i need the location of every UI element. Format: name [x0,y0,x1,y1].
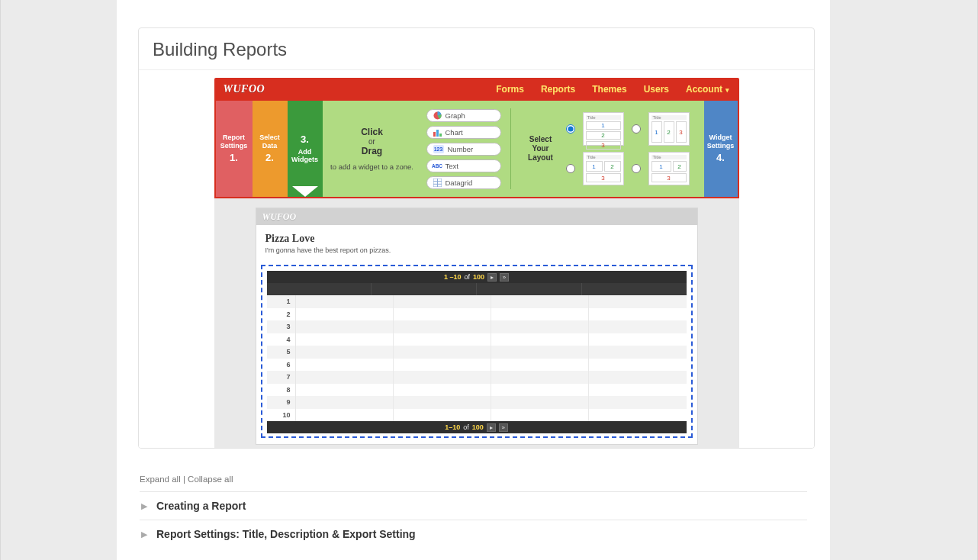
pager-top: 1 –10 of 100 ▸ » [267,271,687,283]
wufoo-steps: Report Settings 1. Select Data 2. 3. Add… [214,101,739,198]
layout-radio-1[interactable] [566,124,575,134]
caret-down-icon: ▾ [724,86,730,94]
pager-last-button[interactable]: » [499,423,508,432]
step-number: 3. [301,134,309,146]
cell [491,346,589,359]
layout-thumb-3[interactable]: Title123 [583,152,624,185]
nav-reports[interactable]: Reports [541,84,575,95]
step-label: Select Data [256,134,285,150]
toc: Expand all | Collapse all ▶ Creating a R… [140,475,807,548]
cell [589,384,686,397]
number-icon: 123 [433,145,444,153]
cell [491,359,589,372]
cell [589,333,686,346]
pager-next-button[interactable]: ▸ [487,273,497,282]
row-number: 10 [267,409,296,422]
collapse-all-link[interactable]: Collapse all [188,475,233,484]
table-row: 6 [267,359,687,372]
layout-radio-2[interactable] [632,124,641,134]
step-number: 2. [265,152,274,164]
step-widget-settings[interactable]: Widget Settings 4. [704,101,738,197]
pager-total: 100 [473,273,484,281]
widget-graph[interactable]: Graph [426,109,501,122]
widget-palette: Graph Chart 123Number ABCText Datagrid [422,101,506,197]
pager-total: 100 [472,423,484,431]
embedded-screenshot: WUFOO Forms Reports Themes Users Account… [139,70,814,448]
table-row: 4 [267,333,687,346]
table-row: 3 [267,320,687,333]
triangle-right-icon: ▶ [140,501,149,511]
toc-item-title: Creating a Report [156,500,246,512]
layout-thumb-1[interactable]: Title123 [583,112,624,146]
nav-users[interactable]: Users [644,84,669,95]
table-row: 2 [267,308,687,321]
layout-thumb-4[interactable]: Title123 [648,152,690,185]
cell [589,295,686,308]
cell [491,384,589,397]
triangle-right-icon: ▶ [140,529,149,539]
pager-next-button[interactable]: ▸ [487,423,496,432]
step-select-data[interactable]: Select Data 2. [253,101,288,197]
grid-icon [433,179,442,187]
cell [589,308,686,321]
row-number: 3 [267,320,296,333]
row-number: 9 [267,396,296,409]
cell [491,396,589,409]
svg-rect-2 [433,132,436,137]
widget-chart[interactable]: Chart [426,126,501,139]
table-row: 5 [267,346,687,359]
expand-all-link[interactable]: Expand all [140,475,181,484]
cell [589,359,686,372]
cell [491,320,589,333]
cell [296,295,394,308]
cell [491,333,589,346]
step-label: Add Widgets [291,148,320,165]
nav-account[interactable]: Account ▾ [686,84,730,95]
pager-last-button[interactable]: » [500,273,509,282]
nav-forms[interactable]: Forms [496,84,524,95]
instruction-or: or [368,137,375,146]
cell [296,384,394,397]
drop-zone[interactable]: 1 –10 of 100 ▸ » 12345678910 1–10 of [261,265,693,438]
cell [394,371,491,384]
widget-text[interactable]: ABCText [426,159,501,172]
bar-icon [433,128,442,137]
instruction-sub: to add a widget to a zone. [330,163,413,172]
vertical-divider [510,108,511,189]
step-number: 1. [230,152,238,164]
cell [394,384,491,397]
table-row: 8 [267,384,687,397]
preview-logo-bar: WUFOO [256,208,697,225]
toc-item[interactable]: ▶ Creating a Report [140,492,807,520]
cell [394,333,491,346]
table-row: 10 [267,409,687,422]
step-label: Widget Settings [707,134,735,150]
cell [296,409,394,422]
nav-themes[interactable]: Themes [592,84,626,95]
cell [394,320,491,333]
widget-datagrid[interactable]: Datagrid [426,176,501,189]
layout-thumb-2[interactable]: Title123 [648,112,690,146]
widget-label: Datagrid [446,179,473,187]
step-report-settings[interactable]: Report Settings 1. [216,101,253,197]
layout-radio-3[interactable] [566,164,575,173]
toc-item[interactable]: ▶ Report Settings: Title, Description & … [140,520,807,548]
instruction-head2: Drag [362,146,382,156]
widget-label: Graph [446,111,465,120]
cell [491,295,589,308]
widget-number[interactable]: 123Number [426,143,501,156]
pager-range: 1 –10 [444,273,462,281]
down-arrow-icon [288,186,323,197]
report-preview: WUFOO Pizza Love I'm gonna have the best… [214,198,739,448]
cell [394,359,491,372]
cell [296,396,394,409]
cell [296,333,394,346]
step-add-widgets[interactable]: 3. Add Widgets [288,101,323,197]
table-row: 7 [267,371,687,384]
row-number: 7 [267,371,296,384]
cell [296,346,394,359]
layout-radio-4[interactable] [632,164,641,173]
card-header: Building Reports [139,28,814,70]
widget-label: Text [446,162,458,170]
pager-of: of [464,273,470,281]
